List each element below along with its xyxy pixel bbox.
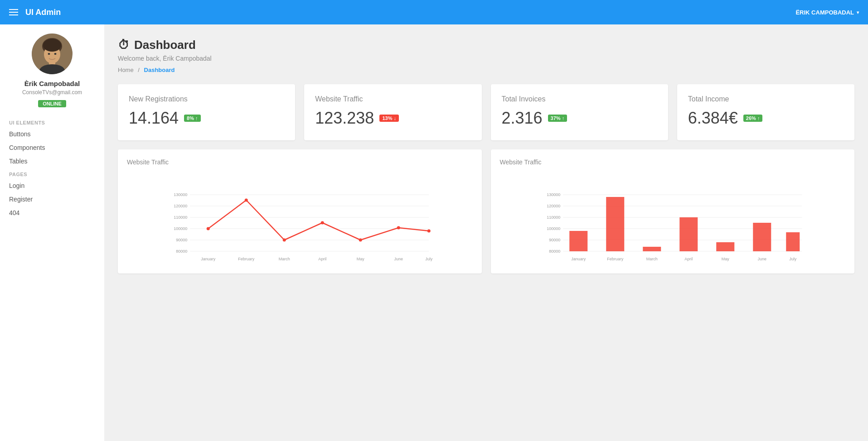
stat-value-income: 6.384€ 26% ↑ bbox=[688, 109, 844, 128]
sidebar-item-components[interactable]: Components bbox=[0, 141, 104, 154]
svg-text:130000: 130000 bbox=[547, 192, 560, 197]
app-title: UI Admin bbox=[25, 8, 61, 17]
svg-point-6 bbox=[48, 53, 50, 55]
svg-point-22 bbox=[283, 239, 286, 242]
sidebar-item-buttons[interactable]: Buttons bbox=[0, 127, 104, 141]
chevron-down-icon: ▾ bbox=[857, 10, 859, 15]
svg-point-20 bbox=[207, 227, 210, 230]
sidebar-item-login[interactable]: Login bbox=[0, 179, 104, 192]
sidebar-user-email: ConsoleTVs@gmail.com bbox=[22, 89, 82, 96]
svg-rect-49 bbox=[679, 217, 698, 251]
svg-text:January: January bbox=[201, 257, 216, 261]
stat-card-traffic: Website Traffic 123.238 13% ↓ bbox=[304, 84, 481, 140]
svg-text:80000: 80000 bbox=[549, 249, 560, 254]
stat-value-invoices: 2.316 37% ↑ bbox=[502, 109, 657, 128]
sidebar-item-register[interactable]: Register bbox=[0, 192, 104, 206]
svg-text:June: June bbox=[394, 257, 403, 261]
svg-point-26 bbox=[427, 230, 431, 233]
bar-chart-wrap: 80000 90000 100000 110000 120000 130000 bbox=[500, 172, 846, 264]
svg-rect-52 bbox=[786, 232, 800, 251]
svg-text:March: March bbox=[279, 257, 290, 261]
svg-rect-48 bbox=[643, 247, 661, 251]
svg-text:110000: 110000 bbox=[174, 215, 187, 220]
page-title: ⏱ Dashboard bbox=[118, 38, 854, 52]
svg-text:February: February bbox=[238, 257, 255, 261]
svg-point-23 bbox=[321, 221, 324, 225]
hamburger-menu[interactable] bbox=[9, 9, 18, 15]
svg-text:100000: 100000 bbox=[547, 226, 560, 231]
line-chart-wrap: 80000 90000 100000 110000 120000 130000 bbox=[127, 172, 473, 264]
topnav-left: UI Admin bbox=[9, 8, 61, 17]
svg-text:January: January bbox=[571, 257, 586, 261]
bar-chart-title: Website Traffic bbox=[500, 158, 846, 166]
svg-text:May: May bbox=[357, 257, 365, 261]
sidebar: Èrik Campobadal ConsoleTVs@gmail.com ONL… bbox=[0, 24, 104, 441]
breadcrumb-separator: / bbox=[138, 67, 140, 73]
line-chart-svg: 80000 90000 100000 110000 120000 130000 bbox=[127, 172, 473, 263]
sidebar-section-pages: PAGES bbox=[0, 168, 104, 179]
line-chart-card: Website Traffic 80000 90000 100000 11000… bbox=[118, 149, 482, 273]
svg-text:June: June bbox=[757, 257, 766, 261]
svg-point-24 bbox=[359, 239, 362, 242]
user-menu[interactable]: ËRIK CAMPOBADAL ▾ bbox=[795, 9, 859, 16]
stat-badge-invoices: 37% ↑ bbox=[548, 115, 567, 122]
svg-text:July: July bbox=[789, 257, 797, 261]
stat-label-invoices: Total Invoices bbox=[502, 95, 657, 103]
svg-text:80000: 80000 bbox=[176, 249, 187, 254]
svg-text:110000: 110000 bbox=[547, 215, 560, 220]
svg-text:130000: 130000 bbox=[174, 192, 187, 197]
charts-row: Website Traffic 80000 90000 100000 11000… bbox=[118, 149, 854, 273]
stat-badge-traffic: 13% ↓ bbox=[379, 115, 399, 122]
svg-rect-51 bbox=[753, 223, 771, 251]
svg-text:90000: 90000 bbox=[176, 238, 187, 242]
sidebar-item-404[interactable]: 404 bbox=[0, 206, 104, 220]
svg-rect-46 bbox=[569, 231, 587, 251]
stat-badge-registrations: 8% ↑ bbox=[184, 115, 200, 122]
svg-text:February: February bbox=[607, 257, 624, 261]
bar-chart-svg: 80000 90000 100000 110000 120000 130000 bbox=[500, 172, 846, 263]
svg-text:March: March bbox=[646, 257, 657, 261]
svg-rect-50 bbox=[716, 242, 734, 251]
breadcrumb-home[interactable]: Home bbox=[118, 67, 134, 73]
main-layout: Èrik Campobadal ConsoleTVs@gmail.com ONL… bbox=[0, 24, 868, 441]
svg-text:120000: 120000 bbox=[547, 204, 560, 208]
stat-card-registrations: New Registrations 14.164 8% ↑ bbox=[118, 84, 295, 140]
svg-point-25 bbox=[397, 226, 400, 230]
svg-rect-47 bbox=[606, 197, 624, 251]
line-chart-title: Website Traffic bbox=[127, 158, 473, 166]
main-content: ⏱ Dashboard Welcome back, Ërik Campobada… bbox=[104, 24, 868, 441]
stat-label-income: Total Income bbox=[688, 95, 844, 103]
dashboard-icon: ⏱ bbox=[118, 38, 130, 52]
svg-point-7 bbox=[54, 53, 57, 55]
sidebar-user-name: Èrik Campobadal bbox=[24, 80, 80, 87]
page-subtitle: Welcome back, Ërik Campobadal bbox=[118, 55, 854, 62]
svg-text:April: April bbox=[318, 257, 326, 261]
svg-text:100000: 100000 bbox=[174, 226, 187, 231]
sidebar-section-ui-elements: UI ELEMENTS bbox=[0, 116, 104, 127]
breadcrumb: Home / Dashboard bbox=[118, 67, 854, 73]
svg-point-3 bbox=[43, 39, 61, 52]
breadcrumb-current: Dashboard bbox=[144, 67, 175, 73]
svg-text:120000: 120000 bbox=[174, 204, 187, 208]
svg-point-21 bbox=[245, 199, 248, 202]
svg-text:90000: 90000 bbox=[549, 238, 560, 242]
top-navigation: UI Admin ËRIK CAMPOBADAL ▾ bbox=[0, 0, 868, 24]
bar-chart-card: Website Traffic 80000 90000 100000 11000… bbox=[491, 149, 855, 273]
stat-card-income: Total Income 6.384€ 26% ↑ bbox=[677, 84, 854, 140]
svg-text:April: April bbox=[684, 257, 693, 261]
stat-value-registrations: 14.164 8% ↑ bbox=[129, 109, 284, 128]
svg-text:May: May bbox=[721, 257, 729, 261]
avatar bbox=[32, 34, 73, 74]
svg-text:July: July bbox=[425, 257, 433, 261]
stats-row: New Registrations 14.164 8% ↑ Website Tr… bbox=[118, 84, 854, 140]
stat-card-invoices: Total Invoices 2.316 37% ↑ bbox=[491, 84, 668, 140]
avatar-image bbox=[32, 34, 73, 74]
sidebar-item-tables[interactable]: Tables bbox=[0, 154, 104, 168]
stat-label-traffic: Website Traffic bbox=[315, 95, 470, 103]
topnav-username: ËRIK CAMPOBADAL bbox=[795, 9, 854, 16]
stat-label-registrations: New Registrations bbox=[129, 95, 284, 103]
status-badge: ONLINE bbox=[38, 100, 66, 107]
stat-badge-income: 26% ↑ bbox=[743, 115, 763, 122]
stat-value-traffic: 123.238 13% ↓ bbox=[315, 109, 470, 128]
